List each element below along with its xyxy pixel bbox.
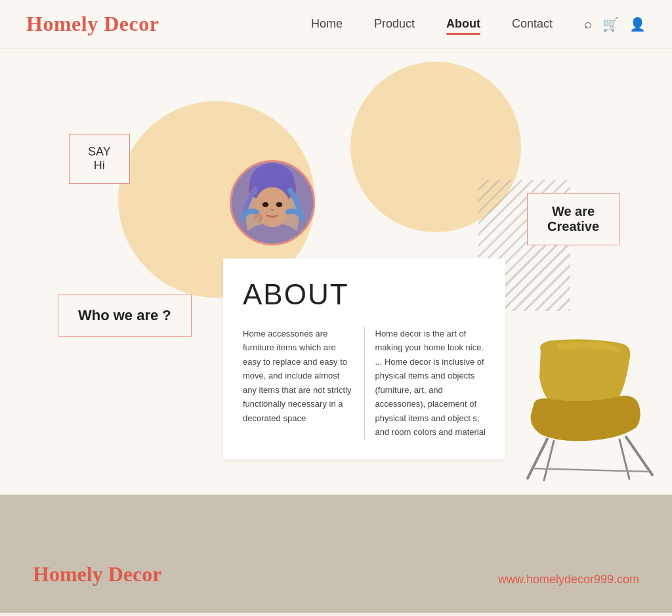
- footer-url[interactable]: www.homelydecor999.com: [498, 573, 639, 586]
- svg-line-10: [531, 468, 649, 472]
- svg-point-4: [262, 202, 269, 207]
- portrait-image: [232, 162, 313, 243]
- say-hi-line2: Hi: [88, 159, 111, 173]
- portrait-circle: [230, 160, 315, 245]
- search-icon[interactable]: ⌕: [584, 16, 592, 31]
- logo-text: mely Decor: [54, 12, 159, 35]
- svg-line-8: [544, 441, 554, 480]
- say-hi-line1: SAY: [88, 145, 111, 159]
- logo-accent: Ho: [26, 12, 54, 35]
- logo[interactable]: Homely Decor: [26, 12, 159, 36]
- svg-line-6: [528, 439, 547, 478]
- who-we-are-text: Who we are ?: [78, 307, 171, 323]
- creative-line2: Creative: [547, 219, 599, 234]
- about-col1: Home accessories are furniture items whi…: [243, 327, 365, 440]
- creative-line1: We are: [552, 204, 595, 218]
- svg-line-9: [620, 440, 629, 479]
- footer-logo-accent: Ho: [33, 562, 60, 586]
- main-nav: Home Product About Contact ⌕ 🛒 👤: [311, 16, 646, 32]
- header: Homely Decor Home Product About Contact …: [0, 0, 672, 49]
- chair-image: [514, 331, 659, 482]
- we-are-creative-box: We are Creative: [527, 193, 620, 245]
- nav-item-contact[interactable]: Contact: [512, 17, 553, 31]
- say-hi-box: SAY Hi: [69, 134, 130, 184]
- about-columns: Home accessories are furniture items whi…: [243, 327, 486, 440]
- user-icon[interactable]: 👤: [629, 16, 646, 32]
- nav-item-about[interactable]: About: [446, 17, 480, 31]
- main-content: SAY Hi Who we are ? We are Creative: [0, 49, 672, 495]
- about-card: ABOUT Home accessories are furniture ite…: [223, 258, 505, 459]
- svg-point-5: [276, 202, 283, 207]
- cart-icon[interactable]: 🛒: [602, 16, 619, 32]
- footer-logo: Homely Decor: [33, 562, 161, 586]
- who-we-are-box: Who we are ?: [58, 295, 192, 337]
- footer-logo-text: mely Decor: [60, 562, 161, 586]
- svg-line-7: [626, 437, 652, 475]
- nav-icons: ⌕ 🛒 👤: [584, 16, 646, 32]
- about-col2: Home decor is the art of making your hom…: [375, 327, 486, 440]
- about-title: ABOUT: [243, 278, 486, 311]
- nav-item-product[interactable]: Product: [374, 17, 415, 31]
- footer: Homely Decor www.homelydecor999.com: [0, 495, 672, 613]
- nav-item-home[interactable]: Home: [311, 17, 343, 31]
